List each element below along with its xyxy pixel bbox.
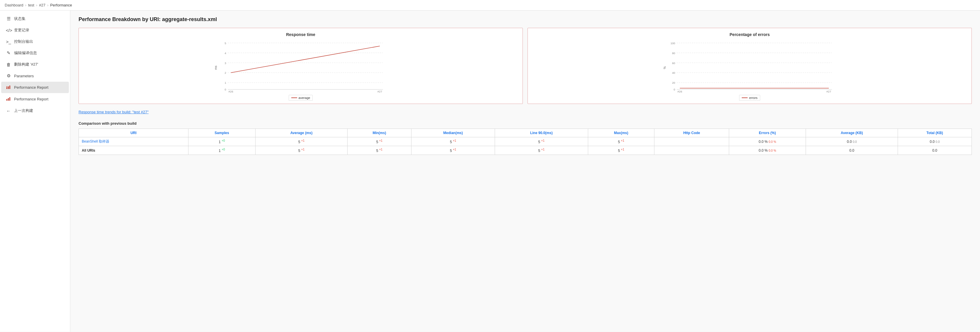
- terminal-icon: >_: [6, 39, 11, 44]
- sidebar-item-console-output[interactable]: >_ 控制台输出: [1, 36, 69, 47]
- sidebar-label-prev-build: 上一次构建: [14, 108, 33, 113]
- table-row: BeanShell 取样器 1 +0 5 +1 5 +1 5 +1 5 +1 5…: [79, 137, 972, 146]
- sidebar-item-parameters[interactable]: ⚙ Parameters: [1, 70, 69, 81]
- col-errors: Errors (%): [729, 129, 806, 137]
- col-uri: URI: [79, 129, 188, 137]
- sidebar-label-parameters: Parameters: [14, 74, 34, 78]
- row1-median: 5 +1: [411, 137, 495, 146]
- response-time-legend: average: [84, 95, 518, 101]
- row1-errors: 0.0 % 0.0 %: [729, 137, 806, 146]
- sidebar-item-change-log[interactable]: </> 变更记录: [1, 25, 69, 36]
- edit-icon: ✎: [6, 51, 11, 55]
- response-time-area: ms 5 4 3 2 1 0: [84, 40, 518, 93]
- svg-rect-1: [8, 86, 9, 89]
- breadcrumb-build[interactable]: #27: [39, 3, 45, 7]
- svg-text:100: 100: [671, 41, 675, 45]
- svg-text:2: 2: [225, 71, 226, 74]
- sidebar: ☰ 状态集 </> 变更记录 >_ 控制台输出 ✎ 编辑编译信息 🗑 删除构建 …: [0, 11, 70, 332]
- sidebar-item-prev-build[interactable]: ← 上一次构建: [1, 105, 69, 116]
- svg-text:5: 5: [225, 41, 226, 45]
- col-max: Max(ms): [588, 129, 654, 137]
- row2-max: 5 +1: [588, 146, 654, 155]
- row1-min: 5 +1: [347, 137, 411, 146]
- page-title: Performance Breakdown by URI: aggregate-…: [78, 16, 972, 22]
- clipboard-icon: ☰: [6, 16, 11, 21]
- svg-text:#26: #26: [229, 90, 233, 93]
- row1-total-kb: 0.0 0.0: [898, 137, 972, 146]
- sidebar-item-edit-build-info[interactable]: ✎ 编辑编译信息: [1, 47, 69, 58]
- breadcrumb: Dashboard › test › #27 › Performance: [0, 0, 980, 11]
- sidebar-label-perf-report-1: Performance Report: [14, 85, 48, 90]
- code-icon: </>: [6, 28, 11, 33]
- sidebar-item-perf-report-2[interactable]: Performance Report: [1, 93, 69, 105]
- chart-icon-1: [6, 85, 11, 90]
- svg-rect-2: [10, 85, 10, 89]
- legend-label-errors: errors: [749, 96, 757, 100]
- row1-avg: 5 +1: [255, 137, 347, 146]
- svg-text:1: 1: [225, 81, 226, 84]
- svg-text:80: 80: [672, 52, 675, 55]
- row1-http: [654, 137, 729, 146]
- row1-max: 5 +1: [588, 137, 654, 146]
- svg-text:4: 4: [225, 52, 226, 55]
- svg-text:3: 3: [225, 62, 226, 65]
- breadcrumb-performance: Performance: [50, 3, 72, 7]
- svg-rect-6: [10, 97, 10, 101]
- col-min: Min(ms): [347, 129, 411, 137]
- svg-rect-4: [6, 99, 7, 101]
- svg-text:#26: #26: [678, 90, 682, 93]
- svg-text:ms: ms: [214, 66, 218, 70]
- row1-avg-kb: 0.0 0.0: [806, 137, 898, 146]
- sidebar-label-edit-build-info: 编辑编译信息: [14, 51, 37, 55]
- sidebar-item-status-set[interactable]: ☰ 状态集: [1, 13, 69, 24]
- row2-avg: 5 +1: [255, 146, 347, 155]
- sidebar-label-status-set: 状态集: [14, 16, 25, 21]
- row2-line90: 5 +1: [495, 146, 588, 155]
- row2-uri: All URIs: [79, 146, 188, 155]
- breadcrumb-dashboard[interactable]: Dashboard: [5, 3, 24, 7]
- svg-text:#27: #27: [377, 90, 382, 93]
- svg-rect-0: [6, 87, 7, 89]
- arrow-left-icon: ←: [6, 108, 11, 113]
- row1-samples: 1 +0: [188, 137, 256, 146]
- svg-point-3: [6, 86, 7, 87]
- row2-median: 5 +1: [411, 146, 495, 155]
- response-time-chart: Response time ms 5 4 3: [78, 28, 523, 104]
- breadcrumb-test[interactable]: test: [28, 3, 34, 7]
- trash-icon: 🗑: [6, 62, 11, 67]
- svg-text:0: 0: [674, 88, 675, 91]
- svg-text:#27: #27: [826, 90, 831, 93]
- col-total-kb: Total (KB): [898, 129, 972, 137]
- svg-text:40: 40: [672, 71, 675, 74]
- table-row: All URIs 1 +0 5 +1 5 +1 5 +1 5 +1 5 +1 0…: [79, 146, 972, 155]
- row2-errors: 0.0 % 0.0 %: [729, 146, 806, 155]
- sidebar-label-perf-report-2: Performance Report: [14, 97, 48, 101]
- col-avg: Average (ms): [255, 129, 347, 137]
- row2-min: 5 +1: [347, 146, 411, 155]
- sliders-icon: ⚙: [6, 73, 11, 79]
- row1-line90: 5 +1: [495, 137, 588, 146]
- error-pct-legend: errors: [533, 95, 967, 101]
- comparison-table: URI Samples Average (ms) Min(ms) Median(…: [78, 128, 972, 155]
- svg-text:60: 60: [672, 62, 675, 65]
- chart-icon-2: [6, 96, 11, 102]
- sidebar-label-delete-build: 删除构建 '#27': [14, 62, 38, 67]
- row1-uri[interactable]: BeanShell 取样器: [79, 137, 188, 146]
- row2-http: [654, 146, 729, 155]
- legend-label-avg: average: [299, 96, 310, 100]
- sidebar-item-delete-build[interactable]: 🗑 删除构建 '#27': [1, 59, 69, 70]
- sidebar-label-change-log: 变更记录: [14, 27, 29, 33]
- legend-line-errors: [742, 98, 748, 98]
- svg-text:20: 20: [672, 81, 675, 84]
- trends-link[interactable]: Response time trends for build: "test #2…: [78, 110, 149, 114]
- error-pct-chart: Percentage of errors % 100 80: [528, 28, 972, 104]
- sidebar-label-console-output: 控制台输出: [14, 39, 33, 44]
- comparison-title: Comparison with previous build: [78, 121, 972, 126]
- main-content: Performance Breakdown by URI: aggregate-…: [70, 11, 980, 332]
- table-header-row: URI Samples Average (ms) Min(ms) Median(…: [79, 129, 972, 137]
- col-line90: Line 90.0(ms): [495, 129, 588, 137]
- col-median: Median(ms): [411, 129, 495, 137]
- layout: ☰ 状态集 </> 变更记录 >_ 控制台输出 ✎ 编辑编译信息 🗑 删除构建 …: [0, 11, 980, 332]
- col-avg-kb: Average (KB): [806, 129, 898, 137]
- sidebar-item-perf-report-1[interactable]: Performance Report: [1, 82, 69, 93]
